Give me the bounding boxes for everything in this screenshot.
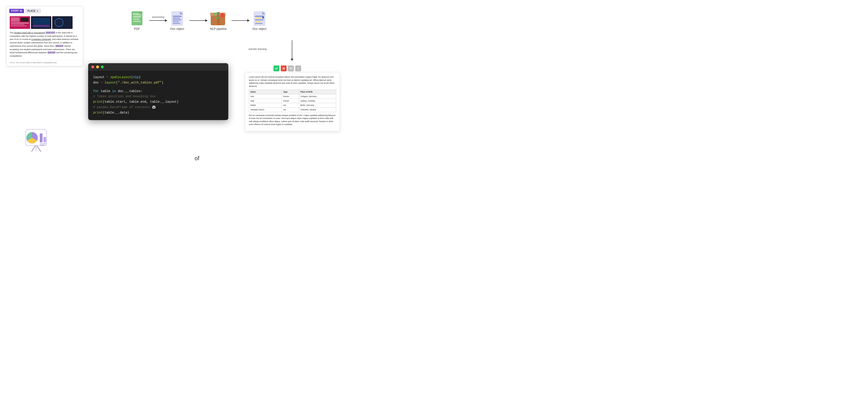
nlp-label: NLP pipeline <box>210 27 226 31</box>
doc-image-row <box>6 15 83 31</box>
code-line-2: doc = layout("./doc_with_tables.pdf") <box>93 80 223 85</box>
svg-rect-56 <box>40 143 46 144</box>
svg-rect-40 <box>255 21 261 22</box>
doc-image-2 <box>31 16 51 30</box>
annotation-check-button[interactable] <box>274 65 279 71</box>
doc-table-para1: Lorem ipsum elit est nostrud excepteur l… <box>249 76 336 88</box>
table-row: Matt human Sydney, Australia <box>249 99 336 103</box>
pipeline-doc-obj2: Doc object <box>251 9 268 31</box>
pdf-icon <box>129 9 145 27</box>
doc-image-3 <box>52 16 72 30</box>
doc-obj2-icon <box>251 9 268 27</box>
svg-rect-21 <box>133 13 138 15</box>
pipeline-section: PDF processing Doc object → <box>129 9 268 31</box>
presentation-icon <box>23 127 50 154</box>
svg-rect-4 <box>11 26 27 26</box>
doc-body: The Student StarCraft AI Tournament (SSC… <box>6 31 83 60</box>
svg-rect-54 <box>40 133 42 142</box>
terminal-body: layout = spaCyLayout(nlp) doc = layout("… <box>88 71 228 120</box>
terminal-header <box>88 63 228 71</box>
svg-rect-9 <box>33 18 50 24</box>
doc-obj1-icon <box>169 9 185 27</box>
doc2-arrow: → <box>231 15 250 22</box>
pdf-label: PDF <box>134 27 140 31</box>
svg-rect-55 <box>43 137 46 142</box>
doc-footer: TITLE: The Current State of StarCraft AI… <box>6 60 83 66</box>
doc-image-1 <box>10 16 30 29</box>
code-blank-1 <box>93 85 223 89</box>
nlp-arrow-label: → <box>197 15 200 18</box>
svg-point-42 <box>262 17 264 19</box>
svg-rect-10 <box>33 25 50 27</box>
processing-arrow: processing <box>149 15 167 22</box>
code-line-1: layout = spaCyLayout(nlp) <box>93 75 223 80</box>
svg-rect-6 <box>21 18 28 21</box>
annotation-x-button[interactable] <box>281 65 287 71</box>
annotation-undo-button[interactable] <box>295 65 301 71</box>
table-header-type: Type <box>282 90 299 94</box>
table-row: Ines human Cologne, Germany <box>249 94 336 99</box>
svg-rect-19 <box>133 19 140 20</box>
event-tag: EVENT 1 <box>9 9 24 13</box>
terminal-close-button[interactable] <box>91 65 94 68</box>
table-header-birth: Place of birth <box>299 90 336 94</box>
svg-rect-25 <box>173 16 182 17</box>
nlp-icon <box>209 9 227 27</box>
svg-rect-37 <box>255 16 264 17</box>
code-line-5: print(table.start, table.end, table._.la… <box>93 99 223 105</box>
pipeline-nlp: NLP pipeline <box>209 9 227 31</box>
svg-rect-29 <box>173 23 180 24</box>
doc-table-para2: Est ea consequat commodo pariatur tempor… <box>249 114 336 126</box>
inline-table: Name Type Place of birth Ines human Colo… <box>249 90 336 112</box>
svg-rect-22 <box>137 13 142 16</box>
svg-rect-57 <box>40 145 45 145</box>
nlp-arrow: → <box>189 15 208 22</box>
document-panel: EVENT 1 PLACE 2 <box>6 6 83 66</box>
svg-rect-27 <box>173 20 181 20</box>
svg-rect-20 <box>133 21 141 22</box>
svg-rect-2 <box>11 23 29 24</box>
svg-rect-3 <box>11 24 24 25</box>
svg-rect-18 <box>133 16 141 18</box>
processing-label: processing <box>152 15 164 18</box>
pipeline-pdf: PDF <box>129 9 145 31</box>
svg-rect-1 <box>11 18 20 22</box>
svg-line-48 <box>290 68 291 69</box>
table-row: Stanislav Petrov cat Chernihiv, Ukraine <box>249 108 336 112</box>
pagination-of-text: of <box>195 155 199 162</box>
code-line-7: print(table._.data) <box>93 110 223 115</box>
transfer-learning-label: transfer learning <box>249 47 267 51</box>
code-line-3: for table in doc._.tables: <box>93 89 223 94</box>
code-line-6: # pandas.DataFrame of contents 🐼 <box>93 105 223 110</box>
doc-tags: EVENT 1 PLACE 2 <box>6 6 83 15</box>
svg-point-33 <box>220 13 225 18</box>
svg-marker-44 <box>291 59 293 61</box>
svg-rect-38 <box>255 18 262 19</box>
code-terminal: layout = spaCyLayout(nlp) doc = layout("… <box>88 63 228 120</box>
doc-obj1-label: Doc object <box>170 27 184 31</box>
table-header-name: Name <box>249 90 282 94</box>
table-row: Baikal cat Berlin, Germany <box>249 103 336 108</box>
vertical-arrow-container <box>290 40 294 64</box>
annotation-buttons <box>274 65 301 71</box>
terminal-maximize-button[interactable] <box>101 65 104 68</box>
doc-obj2-label: Doc object <box>252 27 266 31</box>
svg-rect-41 <box>255 23 263 24</box>
terminal-minimize-button[interactable] <box>96 65 99 68</box>
annotation-skip-button[interactable] <box>288 65 294 71</box>
place-tag: PLACE 2 <box>25 9 41 13</box>
pipeline-doc-obj1: Doc object <box>169 9 185 31</box>
svg-rect-26 <box>173 18 180 19</box>
svg-rect-28 <box>173 21 179 22</box>
doc-table-panel: Lorem ipsum elit est nostrud excepteur l… <box>245 72 340 131</box>
svg-rect-39 <box>255 20 264 20</box>
code-line-4: # Token position and bounding box <box>93 94 223 99</box>
